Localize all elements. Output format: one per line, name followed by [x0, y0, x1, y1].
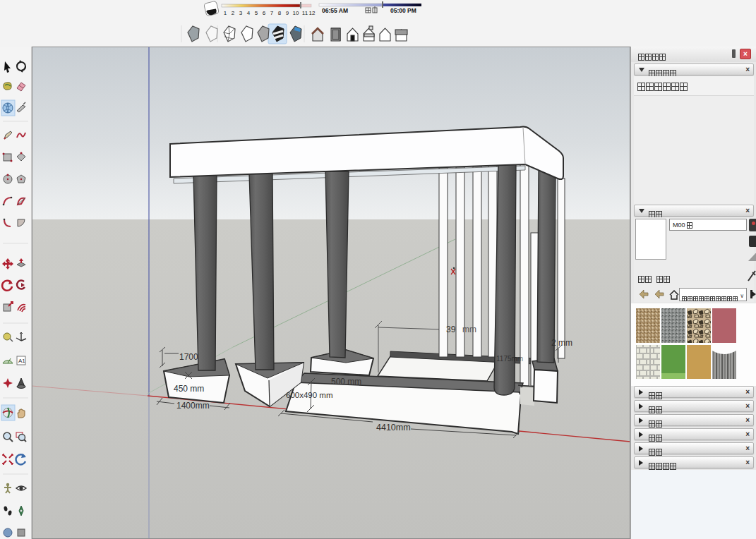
svg-text:11: 11: [302, 10, 308, 16]
svg-text:1400mm: 1400mm: [176, 401, 210, 411]
svg-text:06:55 AM: 06:55 AM: [322, 7, 348, 14]
svg-text:450 mm: 450 mm: [174, 384, 204, 394]
svg-text:2: 2: [232, 10, 235, 16]
svg-text:1: 1: [224, 10, 227, 16]
svg-text:05:00 PM: 05:00 PM: [390, 7, 416, 14]
svg-text:6: 6: [263, 10, 266, 16]
svg-text:12: 12: [309, 10, 316, 16]
svg-text:A1: A1: [18, 358, 25, 364]
svg-text:5: 5: [255, 10, 258, 16]
svg-text:9: 9: [286, 10, 289, 16]
svg-text:600x490 mm: 600x490 mm: [286, 391, 332, 399]
svg-text:8: 8: [278, 10, 282, 16]
svg-text:39: 39: [446, 325, 456, 334]
svg-text:1700: 1700: [179, 352, 198, 362]
svg-text:500 mm: 500 mm: [331, 377, 361, 387]
svg-text:10: 10: [293, 10, 299, 16]
svg-text:mm: mm: [462, 325, 476, 334]
svg-text:3: 3: [239, 10, 243, 16]
svg-text:4: 4: [247, 10, 251, 16]
svg-text:7: 7: [270, 10, 274, 16]
svg-text:2 mm: 2 mm: [551, 338, 572, 348]
svg-text:1175mm: 1175mm: [496, 355, 523, 363]
svg-text:4410mm: 4410mm: [376, 423, 411, 432]
